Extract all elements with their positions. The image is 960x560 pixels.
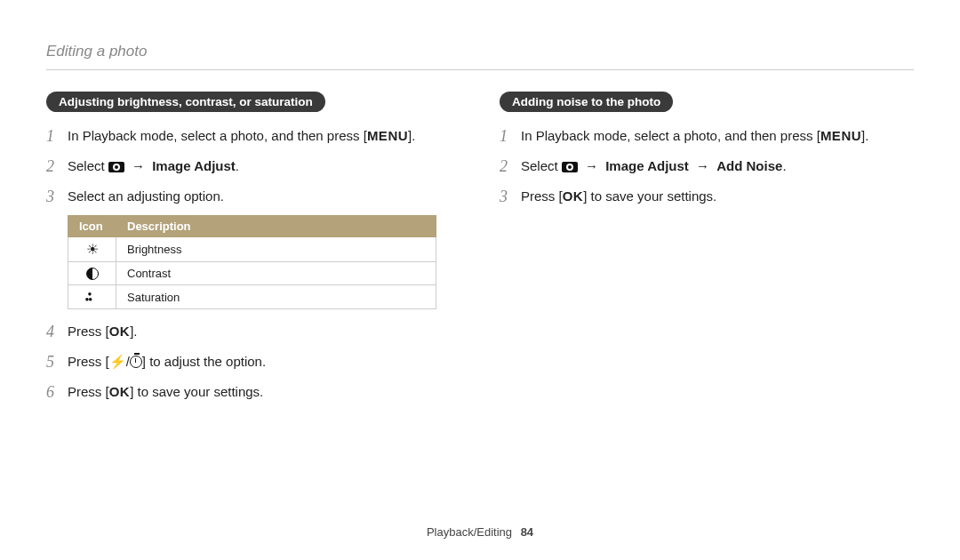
left-column: Adjusting brightness, contrast, or satur… bbox=[46, 92, 460, 411]
columns: Adjusting brightness, contrast, or satur… bbox=[46, 92, 914, 411]
step-3: 3 Press [OK] to save your settings. bbox=[500, 185, 914, 208]
text: In Playback mode, select a photo, and th… bbox=[521, 128, 820, 143]
table-row: Saturation bbox=[68, 285, 436, 309]
step-1: 1 In Playback mode, select a photo, and … bbox=[46, 124, 460, 148]
step-5: 5 Press [⚡/] to adjust the option. bbox=[46, 350, 460, 373]
camera-icon bbox=[108, 160, 124, 172]
step-body: Select an adjusting option. bbox=[68, 185, 224, 206]
arrow-icon: → bbox=[132, 158, 145, 173]
text: ]. bbox=[408, 128, 415, 143]
footer-page-number: 84 bbox=[521, 525, 533, 539]
text: Select bbox=[68, 158, 108, 173]
step-number: 6 bbox=[46, 380, 59, 404]
camera-icon bbox=[562, 160, 578, 172]
col-icon-header: Icon bbox=[68, 216, 116, 237]
right-column: Adding noise to the photo 1 In Playback … bbox=[500, 92, 914, 411]
brightness-icon: ☀ bbox=[86, 243, 99, 257]
divider bbox=[46, 69, 914, 70]
section-pill-noise: Adding noise to the photo bbox=[500, 92, 673, 112]
ok-button-label: OK bbox=[109, 324, 131, 339]
desc-cell: Saturation bbox=[116, 285, 436, 309]
icon-cell bbox=[68, 285, 116, 309]
section-pill-adjust: Adjusting brightness, contrast, or satur… bbox=[46, 92, 325, 112]
step-number: 2 bbox=[46, 155, 59, 178]
page-title: Editing a photo bbox=[46, 43, 914, 60]
step-number: 1 bbox=[46, 124, 59, 148]
saturation-icon bbox=[85, 292, 100, 304]
step-number: 4 bbox=[46, 320, 59, 343]
step-3: 3 Select an adjusting option. bbox=[46, 185, 460, 208]
menu-button-label: MENU bbox=[367, 128, 408, 143]
arrow-icon: → bbox=[696, 158, 709, 173]
step-4: 4 Press [OK]. bbox=[46, 320, 460, 343]
desc-cell: Brightness bbox=[116, 237, 436, 262]
step-body: In Playback mode, select a photo, and th… bbox=[521, 124, 868, 146]
text: . bbox=[236, 158, 239, 173]
menu-button-label: MENU bbox=[820, 128, 861, 143]
step-body: Press [OK] to save your settings. bbox=[521, 185, 716, 206]
step-body: In Playback mode, select a photo, and th… bbox=[68, 124, 415, 146]
desc-cell: Contrast bbox=[116, 261, 436, 285]
step-number: 3 bbox=[46, 185, 59, 208]
step-body: Press [⚡/] to adjust the option. bbox=[68, 350, 266, 372]
text: ]. bbox=[130, 324, 137, 339]
icon-table: Icon Description ☀ Brightness Contrast S… bbox=[68, 215, 436, 309]
icon-cell: ☀ bbox=[68, 237, 116, 262]
text: Press [ bbox=[68, 354, 109, 369]
menu-path: Image Adjust bbox=[605, 158, 689, 173]
timer-icon bbox=[130, 356, 142, 368]
arrow-icon: → bbox=[585, 158, 598, 173]
step-body: Select → Image Adjust. bbox=[68, 155, 239, 176]
step-number: 1 bbox=[500, 124, 512, 148]
footer: Playback/Editing 84 bbox=[0, 525, 960, 539]
step-number: 3 bbox=[500, 185, 512, 208]
step-body: Select → Image Adjust → Add Noise. bbox=[521, 155, 787, 176]
step-number: 5 bbox=[46, 350, 59, 373]
icon-cell bbox=[68, 261, 116, 285]
table-row: Contrast bbox=[68, 261, 436, 285]
text: Press [ bbox=[68, 384, 109, 399]
text: ] to save your settings. bbox=[583, 188, 716, 204]
step-6: 6 Press [OK] to save your settings. bbox=[46, 380, 460, 404]
step-2: 2 Select → Image Adjust → Add Noise. bbox=[500, 155, 914, 178]
text: Press [ bbox=[68, 324, 109, 339]
table-header-row: Icon Description bbox=[68, 216, 436, 237]
step-2: 2 Select → Image Adjust. bbox=[46, 155, 460, 178]
step-body: Press [OK] to save your settings. bbox=[68, 380, 263, 402]
col-desc-header: Description bbox=[116, 216, 436, 237]
ok-button-label: OK bbox=[109, 384, 131, 399]
text: Select bbox=[521, 158, 562, 173]
text: . bbox=[782, 158, 786, 173]
step-body: Press [OK]. bbox=[68, 320, 138, 341]
menu-path: Add Noise bbox=[716, 158, 782, 173]
contrast-icon bbox=[86, 268, 99, 280]
step-1: 1 In Playback mode, select a photo, and … bbox=[500, 124, 914, 148]
text: ] to save your settings. bbox=[130, 384, 263, 399]
text: In Playback mode, select a photo, and th… bbox=[68, 128, 367, 143]
text: Press [ bbox=[521, 188, 563, 204]
page: Editing a photo Adjusting brightness, co… bbox=[0, 0, 960, 560]
footer-section: Playback/Editing bbox=[427, 525, 512, 539]
table-row: ☀ Brightness bbox=[68, 237, 436, 262]
flash-icon: ⚡ bbox=[109, 354, 126, 369]
text: ] to adjust the option. bbox=[142, 354, 266, 369]
text: ]. bbox=[861, 128, 868, 143]
menu-path: Image Adjust bbox=[152, 158, 236, 173]
step-number: 2 bbox=[500, 155, 512, 178]
ok-button-label: OK bbox=[563, 188, 584, 204]
